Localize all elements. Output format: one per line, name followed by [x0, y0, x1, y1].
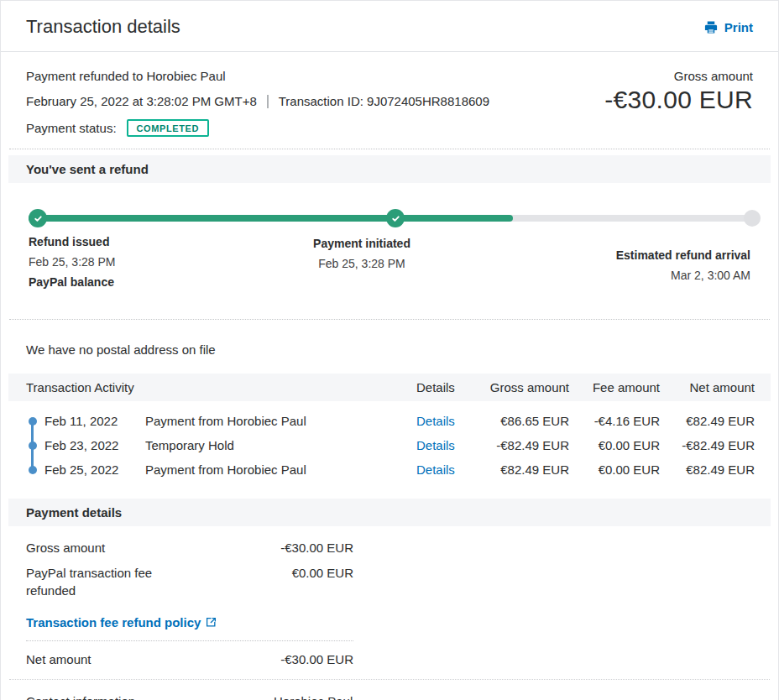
net-amount-row: Net amount -€30.00 EUR	[26, 652, 753, 666]
activity-title: Transaction Activity	[26, 380, 416, 394]
row-net: €82.49 EUR	[660, 414, 755, 428]
external-link-icon	[206, 617, 217, 628]
payment-detail-row: PayPal transaction fee refunded €0.00 EU…	[26, 564, 753, 599]
row-fee: €0.00 EUR	[569, 462, 660, 477]
payment-details-title: Payment details	[8, 499, 771, 526]
timeline-dot-icon	[29, 417, 37, 426]
summary-right: Gross amount -€30.00 EUR	[604, 69, 753, 137]
transaction-date: February 25, 2022 at 3:28:02 PM GMT+8	[26, 94, 257, 108]
row-net: -€82.49 EUR	[660, 438, 755, 452]
step-sub: PayPal balance	[29, 275, 116, 289]
activity-rows: Feb 11, 2022 Payment from Horobiec Paul …	[8, 409, 771, 482]
row-gross: €82.49 EUR	[468, 462, 569, 477]
table-row: Feb 23, 2022 Temporary Hold Details -€82…	[8, 433, 771, 457]
detail-label: PayPal transaction fee refunded	[26, 564, 169, 599]
payee-line: Payment refunded to Horobiec Paul	[26, 69, 489, 83]
row-fee: -€4.16 EUR	[569, 414, 660, 428]
gross-amount-value: -€30.00 EUR	[604, 86, 753, 114]
fee-refund-policy-link[interactable]: Transaction fee refund policy	[26, 615, 217, 629]
divider	[9, 319, 770, 320]
check-icon	[386, 209, 405, 227]
status-badge: COMPLETED	[127, 119, 209, 137]
row-net: €82.49 EUR	[660, 462, 755, 477]
row-date: Feb 25, 2022	[26, 462, 145, 477]
row-gross: €86.65 EUR	[468, 414, 569, 428]
step-date: Mar 2, 3:00 AM	[616, 269, 750, 282]
table-row: Feb 11, 2022 Payment from Horobiec Paul …	[8, 409, 771, 433]
row-description: Temporary Hold	[145, 438, 416, 452]
print-label: Print	[724, 20, 753, 34]
policy-link-label: Transaction fee refund policy	[26, 615, 201, 629]
contact-label: Contact information	[26, 694, 274, 700]
row-description: Payment from Horobiec Paul	[145, 462, 416, 477]
contact-value: Horobiec Paul	[274, 694, 353, 700]
row-description: Payment from Horobiec Paul	[145, 414, 416, 428]
print-button[interactable]: Print	[703, 20, 753, 34]
gross-amount-label: Gross amount	[604, 69, 753, 83]
column-header-net: Net amount	[660, 380, 755, 394]
pending-dot-icon	[744, 210, 761, 227]
status-line: Payment status: COMPLETED	[26, 119, 489, 137]
summary-left: Payment refunded to Horobiec Paul Februa…	[26, 69, 489, 137]
activity-header: Transaction Activity Details Gross amoun…	[8, 374, 771, 401]
step-label: Estimated refund arrival	[616, 248, 750, 262]
step-label: Payment initiated	[313, 237, 410, 250]
summary-section: Payment refunded to Horobiec Paul Februa…	[1, 52, 778, 149]
column-header-fee: Fee amount	[569, 380, 660, 394]
page-header: Transaction details Print	[1, 1, 778, 52]
check-icon	[29, 209, 47, 227]
progress-fill	[29, 215, 513, 222]
step-date: Feb 25, 3:28 PM	[313, 257, 410, 270]
table-row: Feb 25, 2022 Payment from Horobiec Paul …	[8, 457, 771, 482]
details-link[interactable]: Details	[416, 462, 468, 477]
step-payment-initiated: Payment initiated Feb 25, 3:28 PM	[313, 237, 410, 270]
row-date: Feb 11, 2022	[26, 414, 145, 428]
step-label: Refund issued	[29, 235, 116, 248]
row-gross: -€82.49 EUR	[468, 438, 569, 452]
transaction-details-page: Transaction details Print Payment refund…	[0, 0, 779, 700]
step-estimated-arrival: Estimated refund arrival Mar 2, 3:00 AM	[616, 248, 750, 282]
column-header-gross: Gross amount	[468, 380, 569, 394]
net-amount-value: -€30.00 EUR	[169, 652, 353, 666]
printer-icon	[703, 20, 719, 34]
details-link[interactable]: Details	[416, 414, 468, 428]
status-label: Payment status:	[26, 121, 117, 135]
refund-tracker-title: You've sent a refund	[8, 155, 771, 183]
meta-separator	[267, 95, 269, 108]
divider	[9, 149, 770, 149]
detail-value: €0.00 EUR	[169, 564, 353, 599]
details-link[interactable]: Details	[416, 438, 468, 452]
contact-information-row: Contact information Horobiec Paul	[26, 694, 753, 700]
transaction-id: Transaction ID: 9J072405HR8818609	[279, 94, 489, 108]
detail-label: Gross amount	[26, 541, 169, 555]
payment-detail-row: Gross amount -€30.00 EUR	[26, 541, 753, 555]
net-amount-label: Net amount	[26, 652, 169, 666]
divider	[26, 640, 353, 641]
column-header-details: Details	[416, 380, 468, 394]
step-refund-issued: Refund issued Feb 25, 3:28 PM PayPal bal…	[29, 235, 116, 289]
meta-line: February 25, 2022 at 3:28:02 PM GMT+8 Tr…	[26, 94, 489, 108]
step-date: Feb 25, 3:28 PM	[29, 255, 116, 269]
refund-progress-bar	[29, 209, 759, 227]
refund-steps: Refund issued Feb 25, 3:28 PM PayPal bal…	[29, 235, 759, 319]
row-date: Feb 23, 2022	[26, 438, 145, 452]
page-title: Transaction details	[26, 16, 180, 38]
timeline-dot-icon	[29, 441, 37, 450]
row-fee: €0.00 EUR	[569, 438, 660, 452]
divider	[9, 679, 770, 680]
postal-address-note: We have no postal address on file	[26, 342, 753, 357]
detail-value: -€30.00 EUR	[169, 541, 353, 555]
timeline-dot-icon	[29, 466, 37, 474]
